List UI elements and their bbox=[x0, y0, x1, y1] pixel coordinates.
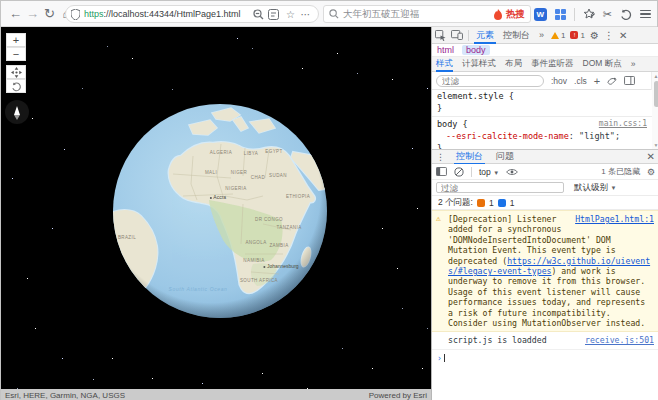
styles-pane[interactable]: element.style { } main.css:1 body { --es… bbox=[432, 90, 652, 149]
globe-label: TANZANIA bbox=[276, 225, 301, 230]
globe-labels: ALGERIALIBYAEGYPTMALINIGERCHADSUDANNIGER… bbox=[113, 104, 327, 318]
globe-label: NAMIBIA bbox=[243, 258, 264, 263]
compass-needle-icon bbox=[14, 106, 20, 115]
settings-gear-icon[interactable]: ⚙ bbox=[590, 30, 599, 41]
text-cursor bbox=[444, 354, 445, 362]
attribution-bar: Esri, HERE, Garmin, NGA, USGS Powered by… bbox=[1, 389, 431, 400]
screenshot-scissors-icon[interactable]: ✂ bbox=[603, 9, 612, 20]
forward-icon[interactable]: → bbox=[24, 6, 41, 21]
hot-search-label[interactable]: 热搜 bbox=[506, 8, 525, 21]
styles-scrollbar[interactable]: ▲ ▼ bbox=[651, 72, 658, 149]
log-levels-selector[interactable]: 默认级别 ▼ bbox=[574, 182, 616, 194]
back-icon[interactable]: ← bbox=[7, 6, 24, 21]
globe-label: ANGOLA bbox=[245, 240, 266, 245]
log-source-link[interactable]: receive.js:501 bbox=[585, 335, 654, 345]
bookmark-star-icon[interactable]: ☆ bbox=[283, 9, 298, 20]
attribution-text: Esri, HERE, Garmin, NGA, USGS bbox=[5, 391, 125, 400]
tab-console[interactable]: 控制台 bbox=[501, 27, 532, 44]
improvement-issue-icon bbox=[498, 199, 506, 207]
globe-label: CHAD bbox=[251, 175, 265, 180]
address-bar[interactable]: https://localhost:44344/HtmlPage1.html ☆… bbox=[65, 5, 319, 23]
context-selector[interactable]: top ▼ bbox=[479, 167, 499, 177]
more-subtabs-icon[interactable]: » bbox=[631, 59, 636, 69]
globe-label: BRAZIL bbox=[118, 235, 136, 240]
live-expression-eye-icon[interactable] bbox=[506, 168, 518, 176]
zoom-in-button[interactable]: + bbox=[6, 33, 26, 47]
rendering-hint-icon[interactable] bbox=[607, 76, 617, 86]
rotate-icon bbox=[11, 81, 22, 92]
tab-computed[interactable]: 计算样式 bbox=[462, 58, 496, 70]
devtools-menu-icon[interactable]: ⋮ bbox=[604, 30, 614, 41]
console-toolbar: top ▼ 1 条已隐藏 ⚙ bbox=[432, 164, 658, 180]
drawer-menu-icon[interactable]: ⋮ bbox=[436, 152, 445, 162]
search-box[interactable]: 大年初五破五迎福 热搜 bbox=[323, 5, 531, 23]
rotate-toggle-button[interactable] bbox=[6, 79, 26, 93]
pan-toggle-button[interactable] bbox=[6, 65, 26, 79]
body-rule[interactable]: main.css:1 body { bbox=[432, 116, 652, 130]
globe-label: Accra bbox=[210, 194, 226, 200]
more-tabs-icon[interactable]: » bbox=[537, 28, 546, 42]
script-loaded-log[interactable]: receive.js:501 script.js is loadded bbox=[432, 332, 658, 349]
panel-layout-icon[interactable] bbox=[624, 76, 635, 85]
globe-label: South Atlantic Ocean bbox=[169, 286, 228, 292]
console-settings-icon[interactable]: ⚙ bbox=[647, 167, 655, 177]
tab-elements[interactable]: 元素 bbox=[474, 27, 496, 44]
tab-issues[interactable]: 问题 bbox=[494, 148, 516, 165]
scroll-thumb[interactable] bbox=[654, 81, 658, 107]
console-filter-input[interactable] bbox=[436, 182, 564, 193]
inspect-element-icon[interactable] bbox=[435, 30, 446, 41]
translate-icon[interactable] bbox=[268, 9, 283, 20]
zoom-out-page-icon[interactable] bbox=[253, 9, 268, 20]
console-messages[interactable]: ⚠ HtmlPage1.html:1 [Deprecation] Listene… bbox=[432, 210, 658, 377]
warning-source-link[interactable]: HtmlPage1.html:1 bbox=[575, 214, 654, 224]
styles-filter-row: :hov .cls + bbox=[432, 72, 658, 90]
more-actions-icon[interactable]: ⋯ bbox=[298, 9, 313, 20]
issues-bar[interactable]: 2 个问题: 1 1 bbox=[432, 196, 658, 210]
url-text: https://localhost:44344/HtmlPage1.html bbox=[84, 9, 253, 19]
console-prompt[interactable]: › bbox=[432, 350, 658, 366]
scroll-up-icon[interactable]: ▲ bbox=[652, 73, 658, 79]
element-style-rule[interactable]: element.style { bbox=[432, 90, 652, 102]
breadcrumb-body[interactable]: body bbox=[462, 45, 490, 55]
reload-icon[interactable]: ↻ bbox=[41, 6, 58, 21]
toggle-pseudo-button[interactable]: :hov bbox=[551, 76, 567, 86]
styles-filter-input[interactable] bbox=[436, 75, 544, 87]
scene-view[interactable]: ALGERIALIBYAEGYPTMALINIGERCHADSUDANNIGER… bbox=[1, 27, 431, 400]
starfield bbox=[1, 27, 2, 28]
drawer-close-icon[interactable]: ✕ bbox=[647, 151, 655, 162]
tab-event-listeners[interactable]: 事件监听器 bbox=[531, 58, 574, 70]
device-toolbar-icon[interactable] bbox=[451, 30, 463, 40]
tab-layout[interactable]: 布局 bbox=[505, 58, 522, 70]
warning-icon: ⚠ bbox=[436, 214, 441, 224]
console-drawer-tabs: ⋮ 控制台 问题 ✕ bbox=[432, 149, 658, 164]
menu-hamburger-icon[interactable] bbox=[640, 10, 651, 19]
search-icon bbox=[329, 9, 339, 19]
favorites-star-icon[interactable] bbox=[583, 8, 595, 20]
zoom-out-button[interactable]: − bbox=[6, 47, 26, 61]
elements-breadcrumb: html body bbox=[432, 44, 658, 57]
powered-by-esri[interactable]: Powered by Esri bbox=[369, 391, 427, 400]
stylesheet-link[interactable]: main.css:1 bbox=[599, 119, 647, 128]
globe-label: ETHIOPIA bbox=[286, 194, 310, 199]
compass-widget[interactable] bbox=[5, 100, 29, 124]
warning-badge[interactable]: 1 bbox=[551, 31, 565, 40]
new-style-rule-button[interactable]: + bbox=[594, 75, 600, 87]
globe[interactable]: ALGERIALIBYAEGYPTMALINIGERCHADSUDANNIGER… bbox=[113, 104, 327, 318]
devtools-close-icon[interactable]: ✕ bbox=[619, 30, 627, 41]
tab-dom-breakpoints[interactable]: DOM 断点 bbox=[583, 58, 622, 70]
breadcrumb-html[interactable]: html bbox=[437, 45, 454, 55]
toggle-class-button[interactable]: .cls bbox=[574, 76, 587, 86]
tab-console-drawer[interactable]: 控制台 bbox=[454, 148, 485, 165]
hot-search-query[interactable]: 大年初五破五迎福 bbox=[343, 8, 419, 21]
extension-logo-icon[interactable]: W bbox=[534, 8, 547, 21]
apps-grid-icon[interactable] bbox=[555, 9, 566, 20]
hidden-messages-info[interactable]: 1 条已隐藏 bbox=[601, 166, 640, 177]
css-declaration[interactable]: --esri-calcite-mode-name: "light"; bbox=[432, 130, 652, 142]
tab-styles[interactable]: 样式 bbox=[436, 56, 453, 72]
clear-console-icon[interactable] bbox=[454, 167, 464, 177]
deprecation-warning-message[interactable]: ⚠ HtmlPage1.html:1 [Deprecation] Listene… bbox=[432, 210, 658, 332]
undo-icon[interactable] bbox=[620, 9, 632, 20]
scroll-down-icon[interactable]: ▼ bbox=[652, 142, 658, 148]
error-badge[interactable]: !1 bbox=[570, 31, 584, 40]
console-sidebar-icon[interactable] bbox=[436, 167, 447, 176]
